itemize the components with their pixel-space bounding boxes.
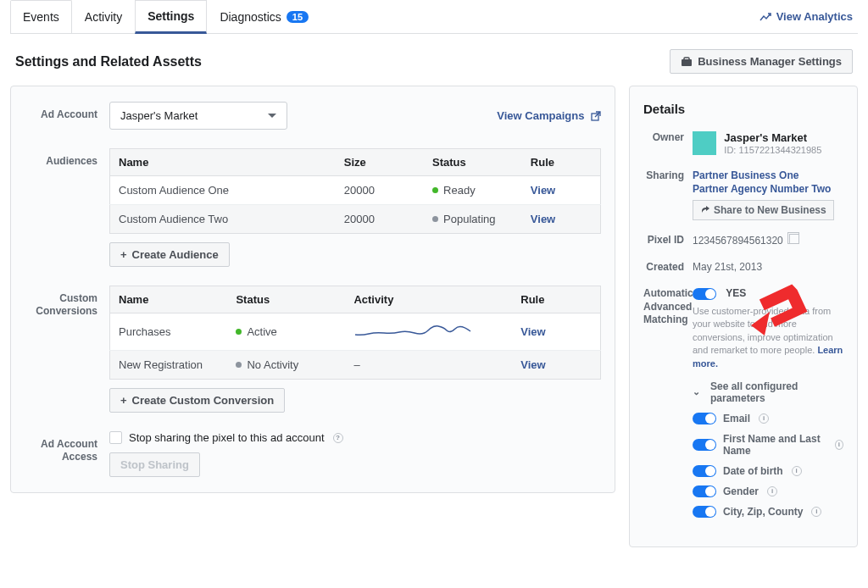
ad-account-select[interactable]: Jasper's Market: [109, 102, 287, 130]
view-rule-link[interactable]: View: [520, 358, 545, 371]
audiences-table: Name Size Status Rule Custom Audience On…: [109, 148, 601, 234]
custom-conversions-label: Custom Conversions: [25, 286, 109, 318]
stop-sharing-label: Stop sharing the pixel to this ad accoun…: [129, 431, 325, 444]
tab-settings[interactable]: Settings: [135, 0, 207, 34]
share-to-new-business-button[interactable]: Share to New Business: [693, 200, 834, 220]
info-icon[interactable]: i: [759, 413, 769, 424]
view-analytics-link[interactable]: View Analytics: [760, 10, 858, 23]
table-row: New Registration No Activity – View: [110, 351, 601, 380]
view-campaigns-link[interactable]: View Campaigns: [497, 109, 601, 122]
status-dot-icon: [236, 362, 242, 368]
sparkline-icon: [353, 321, 472, 340]
info-icon[interactable]: ?: [333, 433, 343, 443]
create-audience-button[interactable]: + Create Audience: [109, 242, 230, 267]
info-icon[interactable]: i: [835, 440, 843, 450]
param-email-toggle[interactable]: [693, 413, 716, 424]
partner-link[interactable]: Partner Agency Number Two: [693, 183, 843, 195]
tab-diagnostics-label: Diagnostics: [220, 10, 281, 24]
external-link-icon: [591, 111, 601, 121]
aam-toggle[interactable]: [693, 288, 716, 300]
svg-rect-1: [684, 58, 689, 60]
analytics-icon: [760, 12, 771, 22]
param-city-toggle[interactable]: [693, 506, 716, 518]
table-row: Custom Audience One 20000 Ready View: [110, 176, 601, 205]
owner-avatar: [693, 131, 716, 155]
status-dot-icon: [236, 329, 242, 335]
info-icon[interactable]: i: [811, 507, 821, 517]
view-rule-link[interactable]: View: [531, 184, 555, 197]
param-gender-toggle[interactable]: [693, 485, 716, 497]
ad-account-label: Ad Account: [25, 102, 109, 121]
diagnostics-badge: 15: [287, 11, 309, 23]
plus-icon: +: [120, 248, 127, 261]
stop-sharing-checkbox[interactable]: [109, 431, 122, 444]
conversions-table: Name Status Activity Rule Purchases Acti…: [109, 286, 601, 380]
table-row: Custom Audience Two 20000 Populating Vie…: [110, 205, 601, 234]
tab-bar: Events Activity Settings Diagnostics 15 …: [10, 0, 858, 34]
plus-icon: +: [120, 394, 127, 407]
status-dot-icon: [432, 216, 438, 222]
details-panel: Details Owner Jasper's Market ID: 115722…: [629, 86, 858, 547]
share-arrow-icon: [700, 206, 709, 215]
page-title: Settings and Related Assetts: [15, 54, 202, 69]
tab-activity[interactable]: Activity: [72, 0, 135, 34]
partner-link[interactable]: Partner Business One: [693, 169, 843, 181]
ad-account-access-label: Ad Account Access: [25, 431, 109, 463]
view-rule-link[interactable]: View: [531, 213, 555, 225]
tab-diagnostics[interactable]: Diagnostics 15: [207, 0, 321, 34]
details-title: Details: [643, 102, 843, 116]
see-all-params-toggle[interactable]: ⌄ See all configured parameters: [693, 380, 843, 404]
aam-description: Use customer-provided data from your web…: [693, 305, 843, 370]
status-dot-icon: [432, 187, 438, 193]
view-rule-link[interactable]: View: [520, 325, 545, 338]
param-name-toggle[interactable]: [693, 439, 716, 451]
briefcase-icon: [681, 57, 693, 67]
copy-icon[interactable]: [789, 234, 799, 244]
param-dob-toggle[interactable]: [693, 465, 716, 477]
audiences-label: Audiences: [25, 148, 109, 168]
info-icon[interactable]: i: [767, 486, 777, 496]
settings-panel: Ad Account Jasper's Market View Campaign…: [10, 86, 615, 493]
business-manager-settings-button[interactable]: Business Manager Settings: [670, 49, 853, 74]
info-icon[interactable]: i: [792, 466, 802, 476]
table-row: Purchases Active View: [110, 313, 601, 351]
tab-events[interactable]: Events: [10, 0, 72, 34]
caret-down-icon: [268, 114, 276, 118]
stop-sharing-button: Stop Sharing: [109, 452, 200, 477]
create-conversion-button[interactable]: + Create Custom Conversion: [109, 388, 285, 413]
chevron-down-icon: ⌄: [693, 386, 700, 397]
